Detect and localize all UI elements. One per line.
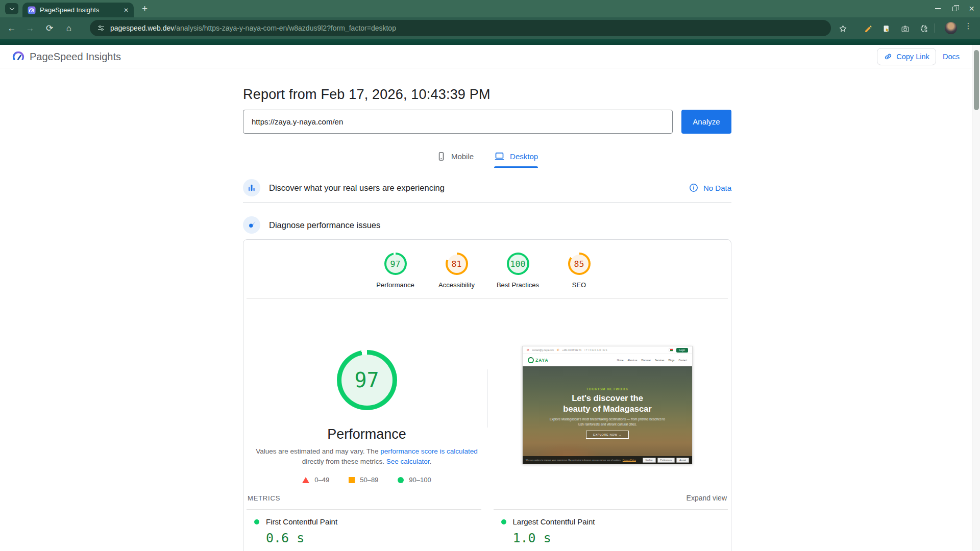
- mail-icon: ✉: [527, 348, 529, 352]
- restore-icon: [952, 7, 957, 11]
- url-text: pagespeed.web.dev/analysis/https-zaya-y-…: [110, 24, 396, 32]
- performance-gauge-column: 97 Performance Values are estimated and …: [247, 299, 487, 489]
- extensions-button[interactable]: [917, 22, 930, 35]
- window-controls: ✕: [929, 0, 980, 17]
- radar-icon: [247, 220, 257, 230]
- score-calc-link[interactable]: performance score is calculated: [380, 447, 478, 455]
- camera-icon: [901, 24, 910, 33]
- diagnose-section-row: Diagnose performance issues: [243, 216, 731, 234]
- window-restore-button[interactable]: [946, 0, 963, 17]
- score-ring-accessibility: 81: [446, 253, 468, 275]
- window-close-button[interactable]: ✕: [963, 0, 980, 17]
- back-button[interactable]: ←: [5, 22, 18, 35]
- thumb-accept-button: Accept: [676, 458, 689, 463]
- no-data-link[interactable]: No Data: [689, 183, 731, 192]
- url-path: /analysis/https-zaya-y-naya-com-en/w8azd…: [174, 24, 396, 32]
- analyze-form: Analyze: [243, 110, 731, 134]
- tab-close-icon[interactable]: ✕: [124, 7, 129, 13]
- score-label: Performance: [376, 281, 414, 289]
- legend-range-average: 50–89: [349, 476, 378, 484]
- discover-section-title: Discover what your real users are experi…: [269, 183, 445, 193]
- extension-camera-button[interactable]: [898, 22, 912, 35]
- metrics-heading: METRICS: [248, 494, 280, 502]
- toolbar-separator: [934, 23, 935, 33]
- new-tab-button[interactable]: +: [142, 3, 148, 14]
- thumb-menu-item: Discover: [641, 359, 651, 362]
- tab-desktop-label: Desktop: [510, 152, 538, 161]
- star-icon: [839, 24, 847, 33]
- tab-desktop[interactable]: Desktop: [494, 151, 538, 168]
- browser-tab-strip: PageSpeed Insights ✕ + ✕: [0, 0, 980, 17]
- category-scores-row: 97 Performance 81 Accessibility 100 Best…: [247, 253, 728, 289]
- site-settings-icon[interactable]: [97, 24, 105, 32]
- thumb-menu-item: About us: [627, 359, 637, 362]
- score-best-practices[interactable]: 100 Best Practices: [491, 253, 546, 289]
- thumb-menu-item: Blogs: [668, 359, 674, 362]
- docs-link[interactable]: Docs: [943, 53, 960, 61]
- legend-label: 0–49: [314, 476, 329, 484]
- see-calculator-link[interactable]: See calculator: [386, 458, 430, 465]
- metrics-grid: First Contentful Paint 0.6 s Largest Con…: [247, 509, 728, 551]
- legend-range-fail: 0–49: [302, 476, 329, 484]
- psi-logo-icon: [11, 49, 26, 64]
- browser-tab[interactable]: PageSpeed Insights ✕: [22, 3, 134, 17]
- puzzle-icon: [919, 24, 928, 33]
- orange-square-icon: [349, 477, 355, 483]
- madagascar-flag-icon: [669, 348, 673, 352]
- thumb-hero: TOURISM NETWORK Let's discover the beaut…: [523, 366, 692, 464]
- tab-search-button[interactable]: [5, 3, 18, 14]
- thumb-decline-button: Decline: [643, 458, 656, 463]
- bar-chart-icon: [247, 183, 257, 193]
- performance-gauge-label: Performance: [327, 427, 406, 442]
- green-dot-icon: [254, 519, 259, 524]
- psi-title: PageSpeed Insights: [30, 51, 121, 63]
- window-minimize-button[interactable]: [929, 0, 946, 17]
- score-performance[interactable]: 97 Performance: [368, 253, 423, 289]
- lab-data-icon: [243, 216, 260, 234]
- main-content: Report from Feb 17, 2026, 10:43:39 PM An…: [243, 67, 731, 551]
- score-ring-seo: 85: [568, 253, 591, 275]
- score-value: 97: [384, 253, 407, 275]
- minimize-icon: [935, 8, 941, 9]
- zaya-logo-icon: [528, 357, 534, 363]
- scrollbar-thumb[interactable]: [974, 50, 979, 110]
- desktop-laptop-icon: [494, 151, 505, 162]
- score-disclaimer: Values are estimated and may vary. The p…: [255, 446, 479, 467]
- score-label: Accessibility: [438, 281, 475, 289]
- pencil-icon: [864, 24, 873, 33]
- url-input[interactable]: [243, 110, 673, 134]
- performance-gauge: 97: [337, 350, 397, 410]
- info-icon: [689, 183, 698, 192]
- thumb-itineraries: ITINERARIES: [584, 349, 608, 352]
- extension-panel-button[interactable]: [879, 22, 893, 35]
- extension-pencil-button[interactable]: [862, 22, 875, 35]
- browser-menu-button[interactable]: ⋮: [964, 21, 972, 31]
- score-legend: 0–49 50–89 90–100: [302, 476, 431, 484]
- screenshot-column: ✉ contact@y-naya.com ✆ +261 34 08 532 71…: [487, 299, 728, 489]
- psi-header: PageSpeed Insights Copy Link Docs: [0, 45, 972, 68]
- profile-avatar[interactable]: [945, 22, 957, 34]
- forward-button[interactable]: →: [23, 22, 37, 35]
- thumb-menu: Home About us Discover Services Blogs Co…: [617, 359, 687, 362]
- thumb-menu-item: Contact: [678, 359, 687, 362]
- analyze-button[interactable]: Analyze: [681, 110, 731, 134]
- mobile-phone-icon: [436, 152, 446, 161]
- link-icon: [884, 52, 893, 61]
- reload-button[interactable]: ⟳: [43, 22, 56, 35]
- home-button[interactable]: ⌂: [62, 22, 76, 35]
- tab-mobile-label: Mobile: [451, 152, 474, 161]
- score-seo[interactable]: 85 SEO: [552, 253, 607, 289]
- tab-title: PageSpeed Insights: [40, 6, 119, 14]
- tab-mobile[interactable]: Mobile: [436, 151, 474, 168]
- toolbar-bottom-strip: [0, 39, 980, 45]
- address-bar[interactable]: pagespeed.web.dev/analysis/https-zaya-y-…: [90, 20, 831, 36]
- copy-link-button[interactable]: Copy Link: [877, 48, 936, 65]
- score-label: Best Practices: [497, 281, 539, 289]
- score-accessibility[interactable]: 81 Accessibility: [429, 253, 484, 289]
- bookmark-star-button[interactable]: [836, 22, 849, 35]
- page-screenshot-thumbnail: ✉ contact@y-naya.com ✆ +261 34 08 532 71…: [522, 346, 693, 464]
- expand-view-link[interactable]: Expand view: [687, 494, 727, 502]
- diagnose-section-title: Diagnose performance issues: [269, 220, 380, 230]
- page-scrollbar[interactable]: [972, 45, 980, 551]
- discover-section-row: Discover what your real users are experi…: [243, 179, 731, 196]
